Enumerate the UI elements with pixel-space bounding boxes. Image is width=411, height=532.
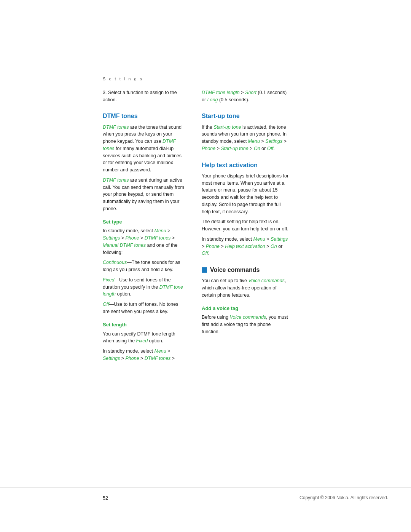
add-voice-tag-title: Add a voice tag: [202, 305, 289, 312]
voice-commands-label: Voice commands: [210, 265, 260, 274]
settings-link-2: Settings: [103, 356, 120, 361]
set-length-title: Set length: [103, 321, 186, 329]
dtmf-length-text: DTMF tone length > Short (0.1 seconds) o…: [202, 89, 289, 104]
dtmf-link-4: DTMF tones: [145, 235, 171, 241]
step-3: 3. Select a function to assign to the ac…: [103, 89, 186, 104]
dtmf-link-2: DTMF tones: [103, 139, 176, 151]
settings-link-3: Settings: [265, 139, 282, 144]
manual-link: Manual DTMF tones: [103, 243, 146, 248]
long-link: Long: [207, 97, 218, 102]
set-length-text: You can specify DTMF tone length when us…: [103, 331, 186, 345]
continuous-text: Continuous—The tone sounds for as long a…: [103, 259, 186, 273]
continuous-link: Continuous: [103, 260, 127, 265]
dtmf-intro-1: DTMF tones are the tones that sound when…: [103, 124, 186, 174]
set-length-standby: In standby mode, select Menu > Settings …: [103, 348, 186, 362]
startup-tone-title: Start-up tone: [202, 112, 289, 120]
help-text-link: Help text activation: [225, 244, 265, 249]
dtmf-intro-2: DTMF tones are sent during an active cal…: [103, 177, 186, 212]
phone-link-4: Phone: [206, 244, 220, 249]
step-number: 3.: [103, 90, 107, 95]
help-text-title: Help text activation: [202, 161, 289, 169]
off-link-2: Off: [267, 146, 274, 151]
blue-square-icon: [202, 267, 207, 273]
left-column: 3. Select a function to assign to the ac…: [103, 89, 186, 476]
copyright-text: Copyright © 2006 Nokia. All rights reser…: [299, 495, 388, 501]
dtmf-link-3: DTMF tones: [103, 177, 129, 183]
dtmf-tone-length-link-2: DTMF tone length: [202, 90, 240, 95]
on-link-1: On: [254, 146, 260, 151]
help-p1: Your phone displays brief descriptions f…: [202, 173, 289, 216]
page-number: 52: [103, 495, 108, 502]
off-link-3: Off: [202, 251, 208, 256]
startup-text: If the Start-up tone is activated, the t…: [202, 124, 289, 152]
short-link: Short: [245, 90, 256, 95]
on-link-2: On: [271, 244, 277, 249]
set-type-title: Set type: [103, 219, 186, 226]
voice-commands-link-2: Voice commands: [230, 315, 266, 320]
fixed-link-2: Fixed: [136, 338, 148, 343]
content-area: 3. Select a function to assign to the ac…: [0, 89, 411, 476]
help-p2: The default setting for help text is on.…: [202, 218, 289, 233]
settings-label: S e t t i n g s: [103, 76, 411, 82]
phone-link-1: Phone: [125, 235, 139, 241]
menu-link-3: Menu: [248, 139, 260, 144]
off-link: Off: [103, 302, 109, 307]
menu-link-2: Menu: [155, 348, 166, 354]
voice-commands-link: Voice commands: [249, 278, 285, 283]
help-p3: In standby mode, select Menu > Settings …: [202, 236, 289, 257]
fixed-text: Fixed—Use to send tones of the duration …: [103, 276, 186, 298]
step-text: Select a function to assign to the actio…: [103, 90, 177, 102]
off-text: Off—Use to turn off tones. No tones are …: [103, 301, 186, 315]
menu-link-4: Menu: [253, 236, 265, 242]
dtmf-link-1: DTMF tones: [103, 125, 129, 130]
startup-tone-link-2: Start-up tone: [221, 146, 248, 151]
menu-link-1: Menu: [155, 228, 166, 233]
fixed-link: Fixed: [103, 277, 115, 283]
add-voice-text: Before using Voice commands, you must fi…: [202, 314, 289, 335]
dtmf-tones-title: DTMF tones: [103, 112, 186, 120]
startup-tone-link: Start-up tone: [213, 125, 241, 130]
settings-link-4: Settings: [271, 236, 288, 242]
footer: 52 Copyright © 2006 Nokia. All rights re…: [0, 487, 411, 502]
phone-link-2: Phone: [125, 356, 139, 361]
phone-link-3: Phone: [202, 146, 215, 151]
dtmf-tone-length-link: DTMF tone length: [103, 284, 183, 297]
right-column: DTMF tone length > Short (0.1 seconds) o…: [202, 89, 289, 476]
set-type-text: In standby mode, select Menu > Settings …: [103, 227, 186, 256]
settings-link-1: Settings: [103, 235, 120, 241]
page: S e t t i n g s 3. Select a function to …: [0, 0, 411, 532]
voice-text: You can set up to five Voice commands, w…: [202, 277, 289, 299]
voice-commands-title: Voice commands: [202, 265, 289, 274]
dtmf-link-5: DTMF tones: [145, 356, 171, 361]
